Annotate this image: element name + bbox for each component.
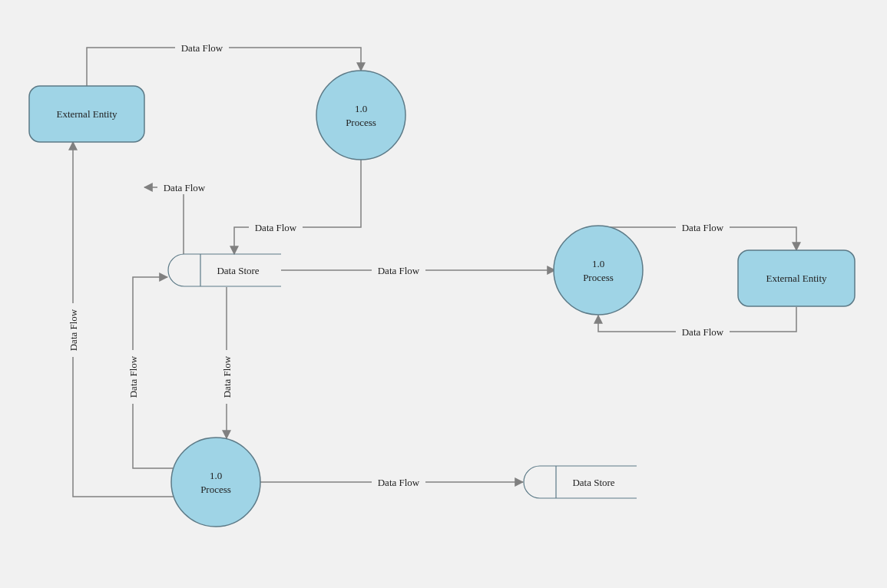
edge-proc3-to-ds2: Data Flow: [260, 475, 523, 489]
edge-label: Data Flow: [164, 182, 206, 193]
edge-ds1-to-ext1: Data Flow: [144, 180, 211, 254]
edge-label: Data Flow: [255, 222, 297, 233]
edge-ds1-to-proc3: Data Flow: [220, 287, 233, 438]
node-label: External Entity: [56, 108, 117, 120]
edge-label: Data Flow: [378, 265, 420, 276]
data-store-1: Data Store: [168, 254, 281, 286]
process-1: 1.0 Process: [316, 71, 405, 160]
edge-proc1-to-ds1: Data Flow: [234, 159, 361, 254]
edge-label: Data Flow: [682, 326, 724, 338]
edge-label: Data Flow: [221, 355, 233, 398]
external-entity-2: External Entity: [738, 250, 855, 306]
edge-ext2-to-proc2: Data Flow: [598, 307, 796, 339]
edge-label: Data Flow: [68, 309, 79, 351]
node-label: External Entity: [766, 273, 827, 284]
process-2: 1.0 Process: [554, 226, 643, 315]
node-label-line1: 1.0: [210, 470, 222, 481]
edge-label: Data Flow: [181, 42, 223, 54]
node-label-line2: Process: [346, 117, 376, 128]
process-3: 1.0 Process: [171, 438, 260, 527]
edge-proc3-to-ext1: Data Flow: [66, 142, 174, 497]
node-label-line2: Process: [583, 272, 614, 283]
external-entity-1: External Entity: [29, 86, 144, 142]
dfd-diagram: Data Flow Data Flow Data Flow Data Flow …: [0, 0, 887, 588]
edge-ext1-to-proc1: Data Flow: [87, 41, 361, 86]
edge-label: Data Flow: [127, 355, 139, 398]
node-label-line1: 1.0: [592, 258, 604, 269]
node-label: Data Store: [217, 265, 259, 276]
edge-label: Data Flow: [682, 222, 724, 233]
edge-proc3-to-ds1: Data Flow: [126, 277, 173, 468]
edge-ds1-to-proc2: Data Flow: [281, 263, 555, 277]
node-label: Data Store: [572, 477, 614, 488]
edge-label: Data Flow: [378, 477, 420, 488]
node-label-line2: Process: [200, 484, 231, 495]
node-label-line1: 1.0: [355, 103, 367, 114]
data-store-2: Data Store: [524, 466, 637, 498]
